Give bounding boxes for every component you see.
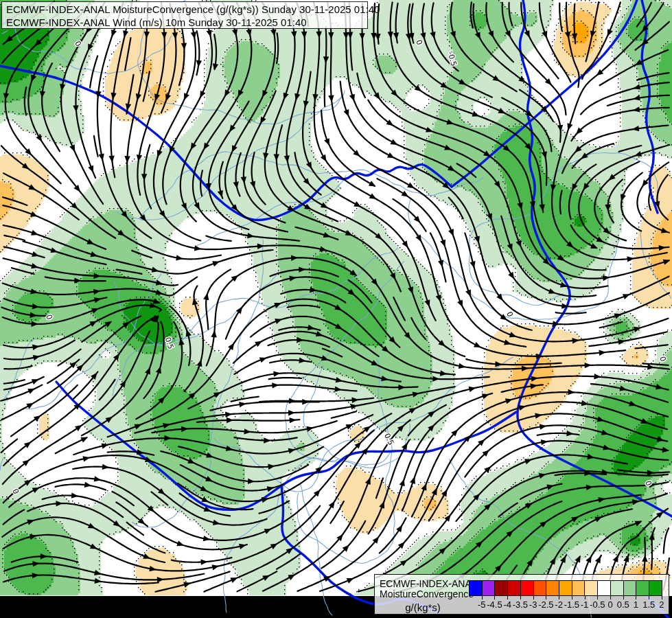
legend-tick-label: -4 xyxy=(503,599,511,610)
legend-color-scale xyxy=(469,580,662,596)
legend-tick-mark xyxy=(494,596,495,599)
legend-tick-mark xyxy=(662,596,662,599)
legend-swatch xyxy=(534,580,547,596)
legend-tick-label: -2 xyxy=(555,599,563,610)
legend-swatch xyxy=(585,580,598,596)
legend-swatch xyxy=(611,580,624,596)
legend-tick-label: -0.5 xyxy=(590,599,605,610)
legend-tick-mark xyxy=(585,596,586,599)
legend-tick-mark xyxy=(507,596,508,599)
legend-swatch xyxy=(521,580,534,596)
legend-tick-label: 2 xyxy=(659,599,664,610)
legend-tick-label: -2.5 xyxy=(538,599,553,610)
legend-tick-label: -3 xyxy=(529,599,537,610)
legend-tick-mark xyxy=(533,596,534,599)
legend-tick-label: -5 xyxy=(478,599,486,610)
legend-swatch xyxy=(469,580,483,596)
legend-swatch xyxy=(624,580,637,596)
legend-tick-label: -1 xyxy=(581,599,589,610)
legend-tick-mark xyxy=(572,596,572,599)
legend-tick-label: -3.5 xyxy=(513,599,528,610)
map-title-line1: ECMWF-INDEX-ANAL MoistureConvergence (g/… xyxy=(6,3,367,16)
legend-tick-label: 1.5 xyxy=(642,599,655,610)
legend-swatch xyxy=(483,580,496,596)
weather-map-canvas xyxy=(0,0,672,618)
legend-tick-label: -1.5 xyxy=(564,599,579,610)
legend-parameter-label: MoistureConvergence xyxy=(380,588,474,599)
legend-swatch xyxy=(636,580,649,596)
weather-map-page: ECMWF-INDEX-ANAL MoistureConvergence (g/… xyxy=(0,0,672,618)
legend-tick-mark xyxy=(597,596,598,599)
legend-swatch xyxy=(572,580,586,596)
map-title-box: ECMWF-INDEX-ANAL MoistureConvergence (g/… xyxy=(1,1,368,29)
legend-tick-label: 0.5 xyxy=(617,599,629,610)
legend-tick-mark xyxy=(482,596,483,599)
legend-tick-mark xyxy=(623,596,624,599)
legend-tick-mark xyxy=(546,596,546,599)
legend-tick-label: 1 xyxy=(634,599,638,610)
legend-swatch xyxy=(495,580,508,596)
legend-tick-mark xyxy=(559,596,559,599)
map-title-line2: ECMWF-INDEX-ANAL Wind (m/s) 10m Sunday 3… xyxy=(6,16,367,29)
legend-swatch xyxy=(546,580,559,596)
legend-tick-label: -4.5 xyxy=(487,599,502,610)
legend-box: ECMWF-INDEX-ANAL MoistureConvergence g/(… xyxy=(374,574,669,615)
legend-tick-mark xyxy=(649,596,649,599)
legend-tick-mark xyxy=(520,596,521,599)
legend-tick-label: 0 xyxy=(607,599,612,610)
legend-tick-mark xyxy=(636,596,636,599)
legend-swatch xyxy=(559,580,572,596)
legend-product-label: ECMWF-INDEX-ANAL xyxy=(380,578,477,589)
legend-unit-label: g/(kg*s) xyxy=(384,602,461,613)
legend-swatch xyxy=(649,580,662,596)
legend-swatch xyxy=(598,580,611,596)
legend-tick-mark xyxy=(610,596,611,599)
legend-swatch xyxy=(508,580,521,596)
